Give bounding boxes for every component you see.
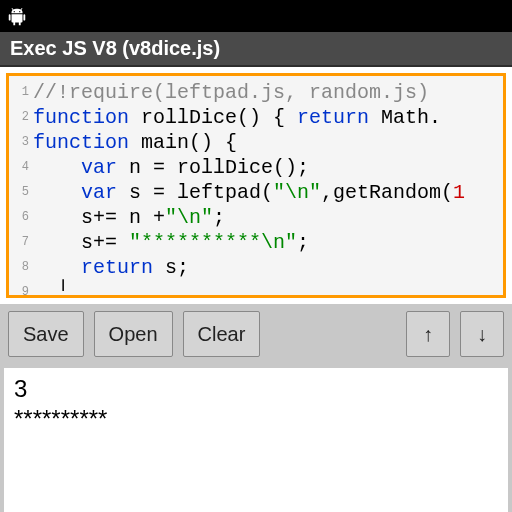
code-token: return bbox=[81, 256, 153, 279]
code-token: Math. bbox=[369, 106, 441, 129]
code-token: function bbox=[33, 131, 129, 154]
code-token: rollDice() { bbox=[129, 106, 297, 129]
line-number: 8 bbox=[9, 255, 33, 280]
code-token: var bbox=[81, 181, 117, 204]
code-token bbox=[33, 256, 81, 279]
android-icon bbox=[6, 5, 28, 27]
code-token: var bbox=[81, 156, 117, 179]
line-number: 4 bbox=[9, 155, 33, 180]
code-token: ; bbox=[297, 231, 309, 254]
line-number-gutter: 1 2 3 4 5 6 7 8 9 bbox=[9, 76, 33, 295]
title-bar: Exec JS V8 (v8dice.js) bbox=[0, 32, 512, 67]
code-token bbox=[33, 206, 81, 229]
code-token: s+= n + bbox=[81, 206, 165, 229]
up-button[interactable]: ↑ bbox=[406, 311, 450, 357]
save-button[interactable]: Save bbox=[8, 311, 84, 357]
code-token bbox=[33, 231, 81, 254]
editor-area: 1 2 3 4 5 6 7 8 9 //!require(leftpad.js,… bbox=[0, 67, 512, 304]
line-number: 7 bbox=[9, 230, 33, 255]
line-number: 9 bbox=[9, 280, 33, 298]
toolbar: Save Open Clear ↑ ↓ bbox=[0, 304, 512, 364]
code-content[interactable]: //!require(leftpad.js, random.js)functio… bbox=[33, 76, 503, 295]
code-editor[interactable]: 1 2 3 4 5 6 7 8 9 //!require(leftpad.js,… bbox=[6, 73, 506, 298]
code-token bbox=[33, 181, 81, 204]
line-number: 2 bbox=[9, 105, 33, 130]
button-label: Clear bbox=[198, 323, 246, 346]
code-token: ╵ bbox=[33, 281, 69, 295]
code-token: s; bbox=[153, 256, 189, 279]
code-token: "\n" bbox=[165, 206, 213, 229]
status-bar bbox=[0, 0, 512, 32]
code-token: ; bbox=[213, 206, 225, 229]
code-token: n = rollDice(); bbox=[117, 156, 309, 179]
code-token: function bbox=[33, 106, 129, 129]
window-title: Exec JS V8 (v8dice.js) bbox=[10, 37, 220, 60]
clear-button[interactable]: Clear bbox=[183, 311, 261, 357]
app-root: Exec JS V8 (v8dice.js) 1 2 3 4 5 6 7 8 9… bbox=[0, 0, 512, 512]
code-token: main() { bbox=[129, 131, 237, 154]
output-text[interactable]: 3 ********** bbox=[4, 368, 508, 512]
code-token: 1 bbox=[453, 181, 465, 204]
code-token: "\n" bbox=[273, 181, 321, 204]
output-area: 3 ********** bbox=[0, 364, 512, 512]
line-number: 5 bbox=[9, 180, 33, 205]
code-token: //!require(leftpad.js, random.js) bbox=[33, 81, 429, 104]
line-number: 6 bbox=[9, 205, 33, 230]
arrow-up-icon: ↑ bbox=[423, 323, 433, 346]
code-token bbox=[33, 156, 81, 179]
code-token: "**********\n" bbox=[129, 231, 297, 254]
arrow-down-icon: ↓ bbox=[477, 323, 487, 346]
down-button[interactable]: ↓ bbox=[460, 311, 504, 357]
line-number: 3 bbox=[9, 130, 33, 155]
line-number: 1 bbox=[9, 80, 33, 105]
code-token: s = leftpad( bbox=[117, 181, 273, 204]
button-label: Open bbox=[109, 323, 158, 346]
button-label: Save bbox=[23, 323, 69, 346]
open-button[interactable]: Open bbox=[94, 311, 173, 357]
code-token: s+= bbox=[81, 231, 129, 254]
code-token: ,getRandom( bbox=[321, 181, 453, 204]
code-token: return bbox=[297, 106, 369, 129]
